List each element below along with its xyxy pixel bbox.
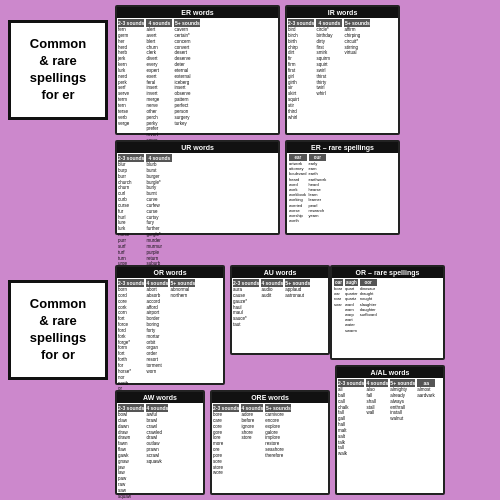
er-rare-col2: our earlyearnearthearthworkheardhearsele… xyxy=(309,154,327,223)
aal-col2-content: alsofallshallstallwall xyxy=(366,387,388,416)
er-words-card: ER words 2-3 sounds ferngermherherdherbj… xyxy=(115,5,280,135)
aal-col4-content: almostaardvark xyxy=(417,387,435,399)
er-rare-body: ear artworkattorneyboulevardheardwordwor… xyxy=(287,153,398,224)
ore-col3-header: 5+ sounds xyxy=(265,404,291,412)
er-label-text: Common & rare spellings for er xyxy=(30,36,86,104)
ur-col1-header: 2-3 sounds xyxy=(118,154,144,162)
ir-words-card: IR words 2-3 sounds birdbirchbirthchirpd… xyxy=(285,5,400,135)
or-rare-col3-header: oor xyxy=(360,279,377,286)
ir-col2-header: 4 sounds xyxy=(316,19,342,27)
ore-col2-content: adorebeforeignoreshorestore xyxy=(241,412,263,441)
au-words-title: AU words xyxy=(232,267,328,278)
aal-col3-content: almightyalreadyalwaysenthrallinstallwaln… xyxy=(390,387,415,422)
or-rare-title: OR – rare spellings xyxy=(332,267,443,278)
ore-words-body: 2-3 sounds borecarecoregoreloremoreorepo… xyxy=(212,403,328,477)
aw-words-body: 2-3 sounds bowlclawdawndrawdrawnfawnflaw… xyxy=(117,403,203,500)
ore-col1-header: 2-3 sounds xyxy=(213,404,239,412)
or-rare-col2-content: quartquarterquartzwardwarnwarpwartwaters… xyxy=(345,286,358,333)
or-label-text: Common& rarespellingsfor or xyxy=(30,296,86,364)
or-rare-body: oar boaroarroarsoar augh quartquarterqua… xyxy=(332,278,443,334)
aw-col2-header: 4 sounds xyxy=(146,404,168,412)
aal-words-title: A/AL words xyxy=(337,367,443,378)
or-words-card: OR words 2-3 sounds borncordcorecorkcorn… xyxy=(115,265,225,385)
au-words-body: 2-3 sounds auracausegauze*haulmaulsauce*… xyxy=(232,278,328,329)
er-label: Common & rare spellings for er xyxy=(8,20,108,120)
er-rare-col2-content: earlyearnearthearthworkheardhearselearnl… xyxy=(309,161,327,218)
er-rare-title: ER – rare spellings xyxy=(287,142,398,153)
ur-col-1: 2-3 sounds blurburpburrchurchchurncurlcu… xyxy=(117,153,145,280)
ir-col2-content: circle*birthdaydirtyfirstsmirksquirmsqui… xyxy=(316,27,342,97)
ur-col-2: 4 sounds blurbburstburgerburgle*burlybur… xyxy=(145,153,173,280)
au-col3-content: applaudastronaut xyxy=(285,287,310,299)
or-rare-card: OR – rare spellings oar boaroarroarsoar … xyxy=(330,265,445,360)
au-col1-content: auracausegauze*haulmaulsauce*taut xyxy=(233,287,259,328)
aal-col-1: 2-3 sounds allballcallchalkfallgallhallm… xyxy=(337,378,365,458)
aw-col2-content: awfulbrawlcrawlcrawleddrawloutlawprawnsc… xyxy=(146,412,168,465)
ur-words-title: UR words xyxy=(117,142,278,153)
ur-col2-content: blurbburstburgerburgle*burlyburntcurvecu… xyxy=(146,162,172,279)
au-col1-header: 2-3 sounds xyxy=(233,279,259,287)
aw-col1-header: 2-3 sounds xyxy=(118,404,144,412)
ir-col3-content: affirmchirpingcircuit*stirringvirtual xyxy=(344,27,370,56)
ore-col-1: 2-3 sounds borecarecoregoreloremoreorepo… xyxy=(212,403,240,477)
or-rare-col2-header: augh xyxy=(345,279,358,286)
or-col2-header: 4 sounds xyxy=(146,279,168,287)
ur-col1-content: blurburpburrchurchchurncurlcurbcursefurh… xyxy=(118,162,144,267)
ore-col3-content: carnivoreencoreexploregaloreimploreresto… xyxy=(265,412,291,459)
or-col3-header: 5+ sounds xyxy=(170,279,195,287)
ir-col-1: 2-3 sounds birdbirchbirthchirpdirtfirfir… xyxy=(287,18,315,122)
aw-col-2: 4 sounds awfulbrawlcrawlcrawleddrawloutl… xyxy=(145,403,169,500)
or-col3-content: abnormalnorthern xyxy=(170,287,195,299)
or-rare-col3-content: dinosaurdraughtnoughtslaughterdaughtersu… xyxy=(360,286,377,317)
aal-col-4: aa almostaardvark xyxy=(416,378,436,458)
ore-words-card: ORE words 2-3 sounds borecarecoregorelor… xyxy=(210,390,330,495)
or-rare-col1-header: oar xyxy=(334,279,343,286)
er-rare-col1: ear artworkattorneyboulevardheardwordwor… xyxy=(289,154,307,223)
ir-col-2: 4 sounds circle*birthdaydirtyfirstsmirks… xyxy=(315,18,343,122)
ur-col2-header: 4 sounds xyxy=(146,154,172,162)
au-col2-header: 4 sounds xyxy=(261,279,283,287)
aal-col3-header: 5+ sounds xyxy=(390,379,415,387)
au-col3-header: 5+ sounds xyxy=(285,279,310,287)
aw-col-1: 2-3 sounds bowlclawdawndrawdrawnfawnflaw… xyxy=(117,403,145,500)
er-words-title: ER words xyxy=(117,7,278,18)
aw-words-card: AW words 2-3 sounds bowlclawdawndrawdraw… xyxy=(115,390,205,495)
aal-col4-header: aa xyxy=(417,379,435,387)
aal-col2-header: 4 sounds xyxy=(366,379,388,387)
ore-col2-header: 4 sounds xyxy=(241,404,263,412)
au-col2-content: audioaudit xyxy=(261,287,283,299)
ir-col1-content: birdbirchbirthchirpdirtfirfirmfirstgirlg… xyxy=(288,27,314,121)
er-col3-header: 5+ sounds xyxy=(174,19,200,27)
or-label: Common& rarespellingsfor or xyxy=(8,280,108,380)
aw-col1-content: bowlclawdawndrawdrawnfawnflawgawkgnawjaw… xyxy=(118,412,144,500)
au-col-1: 2-3 sounds auracausegauze*haulmaulsauce*… xyxy=(232,278,260,329)
ir-words-title: IR words xyxy=(287,7,398,18)
er-rare-card: ER – rare spellings ear artworkattorneyb… xyxy=(285,140,400,235)
ir-col3-header: 5+ sounds xyxy=(344,19,370,27)
er-col2-header: 4 sounds xyxy=(146,19,172,27)
au-col-2: 4 sounds audioaudit xyxy=(260,278,284,329)
or-rare-col2: augh quartquarterquartzwardwarnwarpwartw… xyxy=(345,279,358,333)
er-col1-content: ferngermherherdherbjerkkernlurknerdperks… xyxy=(118,27,144,126)
er-rare-col1-content: artworkattorneyboulevardheardwordworkwor… xyxy=(289,161,307,223)
or-col2-content: abortabsorbaccordaffordairportborderbori… xyxy=(146,287,168,375)
or-col1-header: 2-3 sounds xyxy=(118,279,144,287)
er-rare-col2-header: our xyxy=(309,154,327,161)
aw-words-title: AW words xyxy=(117,392,203,403)
ur-words-body: 2-3 sounds blurburpburrchurchchurncurlcu… xyxy=(117,153,278,280)
er-col1-header: 2-3 sounds xyxy=(118,19,144,27)
ore-col1-content: borecarecoregoreloremoreoreporesorestore… xyxy=(213,412,239,476)
au-words-card: AU words 2-3 sounds auracausegauze*haulm… xyxy=(230,265,330,355)
aal-words-card: A/AL words 2-3 sounds allballcallchalkfa… xyxy=(335,365,445,495)
or-rare-col3: oor dinosaurdraughtnoughtslaughterdaught… xyxy=(360,279,377,333)
au-col-3: 5+ sounds applaudastronaut xyxy=(284,278,311,329)
aal-col1-header: 2-3 sounds xyxy=(338,379,364,387)
aal-words-body: 2-3 sounds allballcallchalkfallgallhallm… xyxy=(337,378,443,458)
aal-col-3: 5+ sounds almightyalreadyalwaysenthralli… xyxy=(389,378,416,458)
ore-col-2: 4 sounds adorebeforeignoreshorestore xyxy=(240,403,264,477)
ir-words-body: 2-3 sounds birdbirchbirthchirpdirtfirfir… xyxy=(287,18,398,122)
or-rare-col1-content: boaroarroarsoar xyxy=(334,286,343,307)
ore-words-title: ORE words xyxy=(212,392,328,403)
aal-col-2: 4 sounds alsofallshallstallwall xyxy=(365,378,389,458)
ir-col-3: 5+ sounds affirmchirpingcircuit*stirring… xyxy=(343,18,371,122)
